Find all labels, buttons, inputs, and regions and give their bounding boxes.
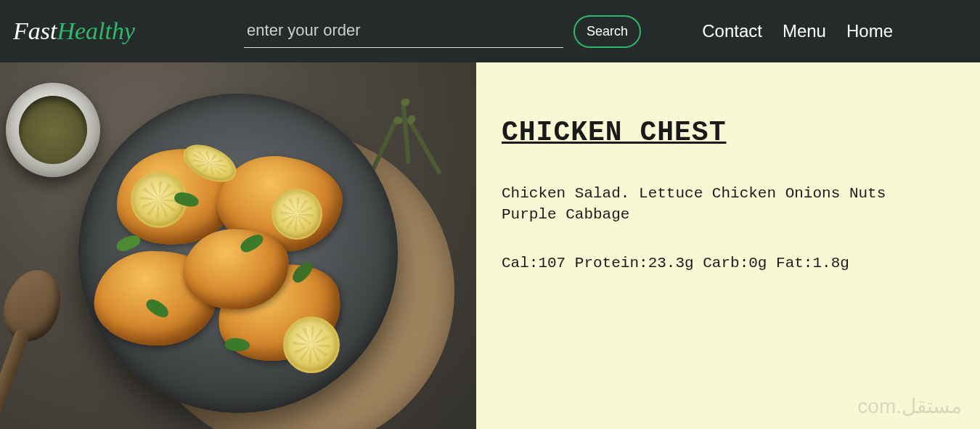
dish-description: Chicken Salad. Lettuce Chicken Onions Nu… <box>502 183 937 226</box>
lemon-slice-icon <box>283 316 340 373</box>
search-area: Search <box>244 15 641 48</box>
dish-nutrition: Cal:107 Protein:23.3g Carb:0g Fat:1.8g <box>502 255 951 271</box>
nav-contact[interactable]: Contact <box>702 21 762 41</box>
nav-links: Contact Menu Home <box>702 21 965 41</box>
nav-menu[interactable]: Menu <box>783 21 826 41</box>
logo-fast: Fast <box>13 17 57 44</box>
dish-title: CHICKEN CHEST <box>502 117 951 148</box>
watermark: مستقل.com <box>857 394 962 418</box>
dish-image <box>0 62 476 429</box>
logo-healthy: Healthy <box>57 17 135 44</box>
capers-cup-icon <box>6 83 100 177</box>
nav-home[interactable]: Home <box>846 21 893 41</box>
search-input[interactable] <box>244 15 563 48</box>
wooden-spoon-icon <box>0 253 91 429</box>
lemon-slice-icon <box>271 189 322 240</box>
dish-details: CHICKEN CHEST Chicken Salad. Lettuce Chi… <box>476 62 980 429</box>
content: CHICKEN CHEST Chicken Salad. Lettuce Chi… <box>0 62 980 429</box>
search-button[interactable]: Search <box>573 15 641 48</box>
navbar: FastHealthy Search Contact Menu Home <box>0 0 980 62</box>
logo[interactable]: FastHealthy <box>13 17 135 45</box>
